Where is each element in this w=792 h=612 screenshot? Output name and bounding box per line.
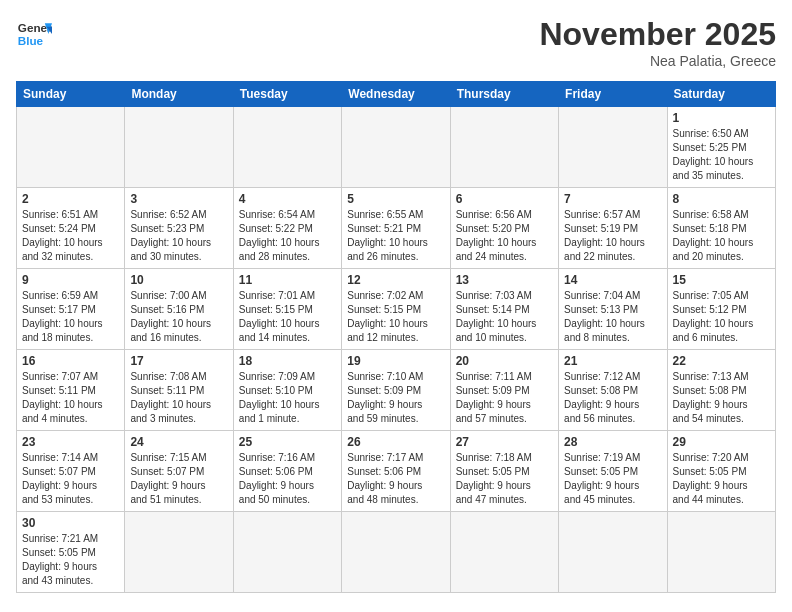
day-info: Sunrise: 7:03 AM Sunset: 5:14 PM Dayligh…	[456, 289, 553, 345]
calendar-cell: 1Sunrise: 6:50 AM Sunset: 5:25 PM Daylig…	[667, 107, 775, 188]
day-info: Sunrise: 7:13 AM Sunset: 5:08 PM Dayligh…	[673, 370, 770, 426]
calendar-cell	[125, 512, 233, 593]
calendar-header-row: SundayMondayTuesdayWednesdayThursdayFrid…	[17, 82, 776, 107]
svg-text:Blue: Blue	[18, 34, 44, 47]
calendar-week-row: 2Sunrise: 6:51 AM Sunset: 5:24 PM Daylig…	[17, 188, 776, 269]
calendar-cell: 25Sunrise: 7:16 AM Sunset: 5:06 PM Dayli…	[233, 431, 341, 512]
day-info: Sunrise: 7:02 AM Sunset: 5:15 PM Dayligh…	[347, 289, 444, 345]
calendar-cell	[559, 512, 667, 593]
day-info: Sunrise: 7:12 AM Sunset: 5:08 PM Dayligh…	[564, 370, 661, 426]
day-info: Sunrise: 7:21 AM Sunset: 5:05 PM Dayligh…	[22, 532, 119, 588]
day-info: Sunrise: 7:07 AM Sunset: 5:11 PM Dayligh…	[22, 370, 119, 426]
day-number: 3	[130, 192, 227, 206]
calendar-cell: 28Sunrise: 7:19 AM Sunset: 5:05 PM Dayli…	[559, 431, 667, 512]
logo-icon: General Blue	[16, 16, 52, 52]
calendar-cell: 20Sunrise: 7:11 AM Sunset: 5:09 PM Dayli…	[450, 350, 558, 431]
calendar-cell: 26Sunrise: 7:17 AM Sunset: 5:06 PM Dayli…	[342, 431, 450, 512]
calendar-week-row: 9Sunrise: 6:59 AM Sunset: 5:17 PM Daylig…	[17, 269, 776, 350]
day-info: Sunrise: 6:54 AM Sunset: 5:22 PM Dayligh…	[239, 208, 336, 264]
day-header-tuesday: Tuesday	[233, 82, 341, 107]
calendar-cell	[17, 107, 125, 188]
day-number: 19	[347, 354, 444, 368]
calendar-cell: 6Sunrise: 6:56 AM Sunset: 5:20 PM Daylig…	[450, 188, 558, 269]
day-info: Sunrise: 7:18 AM Sunset: 5:05 PM Dayligh…	[456, 451, 553, 507]
day-info: Sunrise: 6:57 AM Sunset: 5:19 PM Dayligh…	[564, 208, 661, 264]
calendar-cell	[233, 107, 341, 188]
page-header: General Blue November 2025 Nea Palatia, …	[16, 16, 776, 69]
day-info: Sunrise: 7:01 AM Sunset: 5:15 PM Dayligh…	[239, 289, 336, 345]
day-number: 15	[673, 273, 770, 287]
day-number: 18	[239, 354, 336, 368]
calendar-table: SundayMondayTuesdayWednesdayThursdayFrid…	[16, 81, 776, 593]
day-info: Sunrise: 7:14 AM Sunset: 5:07 PM Dayligh…	[22, 451, 119, 507]
day-number: 13	[456, 273, 553, 287]
calendar-cell: 8Sunrise: 6:58 AM Sunset: 5:18 PM Daylig…	[667, 188, 775, 269]
day-number: 9	[22, 273, 119, 287]
day-number: 1	[673, 111, 770, 125]
day-number: 27	[456, 435, 553, 449]
day-info: Sunrise: 6:51 AM Sunset: 5:24 PM Dayligh…	[22, 208, 119, 264]
day-info: Sunrise: 7:16 AM Sunset: 5:06 PM Dayligh…	[239, 451, 336, 507]
day-info: Sunrise: 7:04 AM Sunset: 5:13 PM Dayligh…	[564, 289, 661, 345]
day-info: Sunrise: 7:15 AM Sunset: 5:07 PM Dayligh…	[130, 451, 227, 507]
day-number: 4	[239, 192, 336, 206]
month-title: November 2025	[539, 16, 776, 53]
day-number: 7	[564, 192, 661, 206]
day-info: Sunrise: 7:20 AM Sunset: 5:05 PM Dayligh…	[673, 451, 770, 507]
day-number: 10	[130, 273, 227, 287]
calendar-cell: 29Sunrise: 7:20 AM Sunset: 5:05 PM Dayli…	[667, 431, 775, 512]
calendar-cell: 10Sunrise: 7:00 AM Sunset: 5:16 PM Dayli…	[125, 269, 233, 350]
day-number: 16	[22, 354, 119, 368]
day-number: 20	[456, 354, 553, 368]
day-number: 29	[673, 435, 770, 449]
calendar-cell: 22Sunrise: 7:13 AM Sunset: 5:08 PM Dayli…	[667, 350, 775, 431]
day-info: Sunrise: 7:11 AM Sunset: 5:09 PM Dayligh…	[456, 370, 553, 426]
day-number: 14	[564, 273, 661, 287]
day-number: 17	[130, 354, 227, 368]
calendar-cell	[342, 512, 450, 593]
calendar-cell: 15Sunrise: 7:05 AM Sunset: 5:12 PM Dayli…	[667, 269, 775, 350]
day-number: 30	[22, 516, 119, 530]
day-number: 11	[239, 273, 336, 287]
day-number: 12	[347, 273, 444, 287]
calendar-cell: 21Sunrise: 7:12 AM Sunset: 5:08 PM Dayli…	[559, 350, 667, 431]
day-number: 5	[347, 192, 444, 206]
calendar-cell: 13Sunrise: 7:03 AM Sunset: 5:14 PM Dayli…	[450, 269, 558, 350]
day-number: 25	[239, 435, 336, 449]
day-info: Sunrise: 7:08 AM Sunset: 5:11 PM Dayligh…	[130, 370, 227, 426]
calendar-cell	[450, 512, 558, 593]
day-number: 8	[673, 192, 770, 206]
day-number: 2	[22, 192, 119, 206]
day-number: 23	[22, 435, 119, 449]
day-info: Sunrise: 6:58 AM Sunset: 5:18 PM Dayligh…	[673, 208, 770, 264]
title-block: November 2025 Nea Palatia, Greece	[539, 16, 776, 69]
day-header-sunday: Sunday	[17, 82, 125, 107]
day-number: 28	[564, 435, 661, 449]
day-info: Sunrise: 6:52 AM Sunset: 5:23 PM Dayligh…	[130, 208, 227, 264]
day-header-saturday: Saturday	[667, 82, 775, 107]
day-info: Sunrise: 6:50 AM Sunset: 5:25 PM Dayligh…	[673, 127, 770, 183]
day-info: Sunrise: 6:59 AM Sunset: 5:17 PM Dayligh…	[22, 289, 119, 345]
day-info: Sunrise: 7:00 AM Sunset: 5:16 PM Dayligh…	[130, 289, 227, 345]
day-header-monday: Monday	[125, 82, 233, 107]
calendar-cell: 18Sunrise: 7:09 AM Sunset: 5:10 PM Dayli…	[233, 350, 341, 431]
calendar-cell: 3Sunrise: 6:52 AM Sunset: 5:23 PM Daylig…	[125, 188, 233, 269]
day-number: 22	[673, 354, 770, 368]
logo: General Blue	[16, 16, 52, 52]
calendar-week-row: 1Sunrise: 6:50 AM Sunset: 5:25 PM Daylig…	[17, 107, 776, 188]
calendar-cell: 17Sunrise: 7:08 AM Sunset: 5:11 PM Dayli…	[125, 350, 233, 431]
calendar-cell: 9Sunrise: 6:59 AM Sunset: 5:17 PM Daylig…	[17, 269, 125, 350]
calendar-cell	[450, 107, 558, 188]
calendar-cell: 27Sunrise: 7:18 AM Sunset: 5:05 PM Dayli…	[450, 431, 558, 512]
calendar-cell: 4Sunrise: 6:54 AM Sunset: 5:22 PM Daylig…	[233, 188, 341, 269]
day-number: 24	[130, 435, 227, 449]
calendar-cell: 5Sunrise: 6:55 AM Sunset: 5:21 PM Daylig…	[342, 188, 450, 269]
calendar-cell	[667, 512, 775, 593]
day-info: Sunrise: 6:56 AM Sunset: 5:20 PM Dayligh…	[456, 208, 553, 264]
calendar-cell: 2Sunrise: 6:51 AM Sunset: 5:24 PM Daylig…	[17, 188, 125, 269]
day-info: Sunrise: 7:17 AM Sunset: 5:06 PM Dayligh…	[347, 451, 444, 507]
calendar-cell: 14Sunrise: 7:04 AM Sunset: 5:13 PM Dayli…	[559, 269, 667, 350]
calendar-cell: 7Sunrise: 6:57 AM Sunset: 5:19 PM Daylig…	[559, 188, 667, 269]
day-number: 6	[456, 192, 553, 206]
day-info: Sunrise: 7:09 AM Sunset: 5:10 PM Dayligh…	[239, 370, 336, 426]
